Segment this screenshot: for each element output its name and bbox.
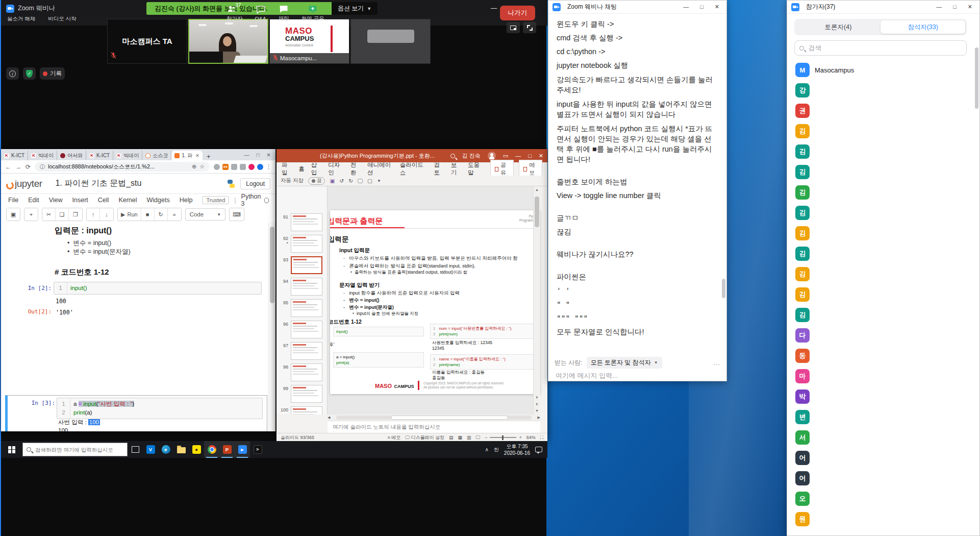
chat-scrollbar[interactable] <box>722 279 725 298</box>
view-options-button[interactable]: 옵션 보기▼ <box>332 2 378 15</box>
gallery-view-icon[interactable] <box>507 22 520 33</box>
zoom-percent[interactable]: 64% <box>526 435 536 440</box>
copy-cell-button[interactable]: ❏ <box>56 208 69 221</box>
extension-icon[interactable] <box>214 164 220 170</box>
restart-kernel-button[interactable]: ↻ <box>155 208 168 221</box>
notebook-scrollbar[interactable] <box>268 223 275 431</box>
minimize-button[interactable]: — <box>515 153 521 159</box>
browser-tab-active[interactable]: 1. 파✕ <box>171 151 203 160</box>
share-screen-button[interactable]: 화면 공유 <box>295 1 331 26</box>
menu-view[interactable]: View <box>49 197 63 204</box>
menu-insert[interactable]: Insert <box>72 197 88 204</box>
participant-row[interactable]: 어 <box>787 448 979 468</box>
reading-view-icon[interactable]: ▥ <box>467 435 471 440</box>
taskbar-clock[interactable]: 오후 7:352020-06-16 <box>504 443 530 456</box>
terminal-icon[interactable]: ＞ <box>250 441 265 458</box>
reload-icon[interactable]: ⟳ <box>26 163 31 170</box>
tab-attendees[interactable]: 참석자(33) <box>881 20 965 34</box>
slide-thumbnail[interactable]: 91 <box>280 213 322 231</box>
vscode-icon[interactable]: V <box>143 441 158 458</box>
display-settings-button[interactable]: 🖵 디스플레이 설정 <box>405 434 444 441</box>
participant-row[interactable]: 변 <box>787 407 979 427</box>
previous-slide-icon[interactable]: ⇞ <box>534 394 540 401</box>
browser-tab[interactable]: KK-ICT <box>86 151 113 160</box>
qa-button[interactable]: Q&A <box>249 1 272 26</box>
chrome-icon[interactable] <box>204 441 219 458</box>
undo-icon[interactable]: ↺ <box>339 178 344 184</box>
taskbar-search-input[interactable] <box>34 446 116 453</box>
participant-row[interactable]: MMasocampus <box>787 60 979 80</box>
tab-panelists[interactable]: 토론자(4) <box>796 20 881 34</box>
recipient-select[interactable]: 모든 토론자 및 참석자▼ <box>587 357 662 369</box>
participant-row[interactable]: 박 <box>787 386 979 407</box>
next-slide-icon[interactable]: ⇟ <box>534 401 540 408</box>
code-editor[interactable]: 12 a = input("사번 입력 : ") print(a) <box>57 398 263 419</box>
chat-more-button[interactable]: ... <box>713 359 720 367</box>
ribbon-tab-help[interactable]: 도움말 <box>468 161 483 177</box>
account-avatar[interactable] <box>488 152 496 160</box>
ribbon-tab-review[interactable]: 검토 <box>434 161 444 177</box>
ribbon-tab-view[interactable]: 보기 <box>451 161 461 177</box>
slide-thumbnail[interactable]: 99 <box>280 385 322 403</box>
menu-file[interactable]: File <box>8 197 18 204</box>
close-tab-icon[interactable]: ✕ <box>195 153 199 158</box>
minimize-button[interactable]: — <box>683 4 689 10</box>
menu-cell[interactable]: Cell <box>98 197 109 204</box>
participant-row[interactable]: 김 <box>787 243 979 264</box>
back-icon[interactable]: ← <box>5 163 11 170</box>
browser-tab[interactable]: 소스코 <box>142 151 171 160</box>
chat-message-list[interactable]: 윈도우 키 클릭 -> cmd 검색 후 실행 -> cd c:\python … <box>557 19 716 349</box>
command-palette-button[interactable]: ⌨ <box>230 208 244 221</box>
new-slide-icon[interactable]: ▢ <box>367 178 372 184</box>
site-info-icon[interactable]: ⓘ <box>40 163 45 170</box>
chat-message-input[interactable] <box>555 371 718 380</box>
start-slideshow-icon[interactable]: 🖵 <box>358 178 363 184</box>
participants-search-input[interactable] <box>808 44 950 52</box>
browser-menu-icon[interactable]: ⋮ <box>266 163 271 170</box>
participant-row[interactable]: 김 <box>787 203 979 223</box>
slide-thumbnail[interactable]: 100 <box>280 406 322 415</box>
speaker-notes-field[interactable]: 여기에 슬라이드 노트의 내용을 입력하십시오 <box>328 421 540 433</box>
taskbar-search[interactable] <box>22 443 128 456</box>
slide-thumbnail-selected[interactable]: 93 <box>280 256 322 274</box>
leave-button[interactable]: 나가기 <box>500 6 536 20</box>
edge-icon[interactable]: e <box>158 441 173 458</box>
search-icon[interactable] <box>450 154 455 158</box>
notes-toggle[interactable]: ≡ 메모 <box>387 434 400 441</box>
participant-row[interactable]: 김 <box>787 305 979 325</box>
notebook-title[interactable]: 1. 파이썬 기초 문법_stu <box>56 178 142 189</box>
participant-row[interactable]: 권 <box>787 101 979 121</box>
run-button[interactable]: ▶ Run <box>118 208 141 221</box>
menu-help[interactable]: Help <box>180 197 193 204</box>
participant-row[interactable]: 오 <box>787 489 979 509</box>
scroll-down-icon[interactable]: ▼ <box>534 407 540 415</box>
browser-tab[interactable]: KK-ICT <box>1 151 28 160</box>
menu-kernel[interactable]: Kernel <box>118 197 137 204</box>
ribbon-tab-animations[interactable]: 애니메이션 <box>367 161 393 177</box>
participant-row[interactable]: 김 <box>787 182 979 203</box>
zoom-slider[interactable]: −+ <box>485 435 522 440</box>
maximize-button[interactable]: □ <box>257 152 260 158</box>
normal-view-icon[interactable]: ▤ <box>449 435 454 440</box>
chat-button[interactable]: 채팅 <box>272 1 295 26</box>
minimize-button[interactable]: — <box>244 152 249 158</box>
participants-search[interactable] <box>794 40 967 56</box>
file-explorer-icon[interactable] <box>173 441 189 458</box>
participant-row[interactable]: 김 <box>787 162 979 182</box>
cut-cell-button[interactable]: ✂ <box>42 208 56 221</box>
action-center-icon[interactable] <box>535 447 542 452</box>
selected-code-cell[interactable]: In [3]: 12 a = input("사번 입력 : ") print(a… <box>5 395 267 431</box>
participant-row[interactable]: 서 <box>787 427 979 448</box>
slideshow-icon[interactable]: 🖵 <box>475 435 480 441</box>
zoom-page-icon[interactable]: ⊕ <box>192 163 196 170</box>
participant-row[interactable]: 어 <box>787 468 979 489</box>
start-button[interactable] <box>1 441 22 458</box>
slide-sorter-icon[interactable]: ▦ <box>458 435 462 440</box>
participant-row[interactable]: 김 <box>787 141 979 162</box>
scroll-up-icon[interactable]: ▲ <box>534 186 540 193</box>
participant-row[interactable]: 김 <box>787 264 979 284</box>
browser-tab[interactable]: K빅데이 <box>28 151 57 160</box>
menu-edit[interactable]: Edit <box>28 197 39 204</box>
participant-row[interactable]: 마 <box>787 366 979 386</box>
ime-language[interactable]: 한 <box>494 446 499 453</box>
